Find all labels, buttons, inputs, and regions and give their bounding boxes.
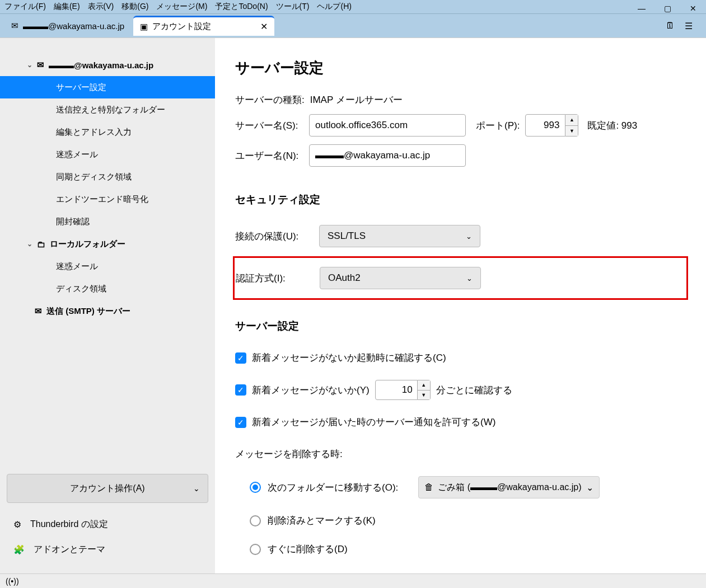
allow-notification-checkbox[interactable]: ✓ (235, 417, 246, 428)
sidebar-smtp[interactable]: ✉ 送信 (SMTP) サーバー (0, 300, 215, 322)
username-input[interactable] (309, 144, 466, 167)
gear-icon: ⚙ (13, 519, 21, 530)
sidebar-item-label: 送信控えと特別なフォルダー (56, 105, 165, 115)
sidebar-local-folders[interactable]: ⌄ 🗀 ローカルフォルダー (0, 233, 215, 255)
mail-icon: ✉ (37, 60, 44, 70)
checkbox-label: 新着メッセージがないか(Y) (252, 384, 370, 397)
radio-label: 削除済みとマークする(K) (268, 514, 376, 527)
menu-view[interactable]: 表示(V) (88, 2, 114, 12)
menu-message[interactable]: メッセージ(M) (156, 2, 207, 12)
delete-action-label: メッセージを削除する時: (235, 448, 686, 460)
sidebar-account[interactable]: ⌄ ✉ ▬▬▬@wakayama-u.ac.jp (0, 54, 215, 76)
check-on-startup-checkbox[interactable]: ✓ (235, 352, 246, 364)
thunderbird-settings-link[interactable]: ⚙ Thunderbird の設定 (13, 512, 202, 537)
account-actions-button[interactable]: アカウント操作(A) ⌄ (7, 474, 208, 503)
connection-security-select[interactable]: SSL/TLS ⌄ (319, 225, 480, 247)
sidebar-item-e2e[interactable]: エンドツーエンド暗号化 (0, 188, 215, 210)
chevron-down-icon: ⌄ (586, 482, 593, 493)
puzzle-icon: 🧩 (13, 544, 25, 555)
close-icon[interactable]: ✕ (260, 21, 268, 32)
sidebar-item-label: エンドツーエンド暗号化 (56, 194, 148, 205)
page-title: サーバー設定 (235, 58, 686, 78)
default-port-label: 既定値: 993 (587, 119, 637, 132)
activity-indicator-icon: ((•)) (6, 577, 19, 586)
sidebar-item-label: 送信 (SMTP) サーバー (46, 306, 130, 317)
sidebar-item-sync[interactable]: 同期とディスク領域 (0, 166, 215, 188)
sidebar-local-junk[interactable]: 迷惑メール (0, 255, 215, 277)
tab-account-settings[interactable]: ▣ アカウント設定 ✕ (133, 16, 274, 36)
menu-events[interactable]: 予定とToDo(N) (215, 2, 268, 12)
trash-icon: 🗑 (424, 482, 433, 492)
check-interval-input[interactable] (375, 380, 418, 400)
sidebar-item-junk[interactable]: 迷惑メール (0, 143, 215, 166)
auth-highlight: 認証方式(I): OAuth2 ⌄ (233, 256, 688, 300)
menu-tools[interactable]: ツール(T) (276, 2, 310, 12)
chevron-down-icon: ⌄ (27, 61, 32, 69)
connection-security-label: 接続の保護(U): (235, 230, 314, 243)
mail-icon: ✉ (11, 21, 18, 31)
port-spinner[interactable]: ▲▼ (565, 114, 578, 137)
port-label: ポート(P): (476, 119, 520, 132)
button-label: アカウント操作(A) (70, 483, 144, 495)
tasks-icon[interactable]: ☰ (685, 21, 693, 31)
move-to-folder-radio[interactable] (250, 482, 261, 493)
link-label: アドオンとテーマ (34, 544, 105, 556)
chevron-down-icon: ⌄ (193, 484, 200, 493)
menu-go[interactable]: 移動(G) (121, 2, 148, 12)
sidebar-item-server[interactable]: サーバー設定 (0, 76, 215, 98)
main-pane: サーバー設定 サーバーの種類: IMAP メールサーバー サーバー名(S): ポ… (215, 38, 706, 573)
arrow-down-icon[interactable]: ▼ (565, 126, 578, 137)
sidebar-account-label: ▬▬▬@wakayama-u.ac.jp (49, 60, 153, 70)
interval-spinner[interactable]: ▲▼ (418, 380, 431, 400)
link-label: Thunderbird の設定 (30, 519, 108, 530)
port-input[interactable] (525, 114, 565, 137)
chevron-down-icon: ⌄ (466, 232, 472, 241)
delete-immediately-radio[interactable] (250, 544, 261, 555)
arrow-up-icon[interactable]: ▲ (565, 115, 578, 126)
server-type-value: IMAP メールサーバー (310, 93, 403, 106)
folder-icon: 🗀 (37, 239, 45, 249)
menu-help[interactable]: ヘルプ(H) (317, 2, 351, 12)
sidebar-item-compose[interactable]: 編集とアドレス入力 (0, 121, 215, 143)
sidebar-item-label: 編集とアドレス入力 (56, 127, 132, 138)
chevron-down-icon: ⌄ (27, 240, 32, 248)
tab-inbox[interactable]: ✉ ▬▬▬@wakayama-u.ac.jp (4, 16, 131, 36)
sidebar-item-receipts[interactable]: 開封確認 (0, 210, 215, 233)
trash-folder-picker[interactable]: 🗑 ごみ箱 (▬▬▬@wakayama-u.ac.jp) ⌄ (418, 476, 599, 498)
server-name-input[interactable] (309, 114, 466, 137)
check-interval-checkbox[interactable]: ✓ (235, 384, 246, 396)
trash-folder-value: ごみ箱 (▬▬▬@wakayama-u.ac.jp) (438, 482, 581, 493)
window-maximize-button[interactable]: ▢ (654, 0, 680, 17)
sidebar-item-copies[interactable]: 送信控えと特別なフォルダー (0, 98, 215, 121)
sidebar-item-label: サーバー設定 (56, 82, 106, 93)
mark-deleted-radio[interactable] (250, 515, 261, 526)
checkbox-label: 新着メッセージが届いた時のサーバー通知を許可する(W) (252, 416, 495, 429)
menu-edit[interactable]: 編集(E) (54, 2, 80, 12)
window-minimize-button[interactable]: — (629, 0, 654, 17)
book-icon: ▣ (140, 22, 148, 32)
sidebar-item-label: 開封確認 (56, 217, 90, 227)
addons-link[interactable]: 🧩 アドオンとテーマ (13, 537, 202, 562)
auth-method-label: 認証方式(I): (236, 272, 314, 285)
security-section-head: セキュリティ設定 (235, 192, 686, 207)
sidebar-item-label: 迷惑メール (56, 261, 98, 272)
menubar: ファイル(F) 編集(E) 表示(V) 移動(G) メッセージ(M) 予定とTo… (0, 0, 706, 14)
arrow-up-icon[interactable]: ▲ (418, 380, 430, 391)
outgoing-icon: ✉ (35, 306, 42, 316)
server-type-label: サーバーの種類: (235, 93, 305, 106)
chevron-down-icon: ⌄ (466, 274, 473, 283)
window-close-button[interactable]: ✕ (680, 0, 706, 17)
select-value: OAuth2 (328, 272, 361, 284)
sidebar-item-label: 迷惑メール (56, 149, 98, 160)
calendar-icon[interactable]: 🗓 (666, 21, 675, 31)
checkbox-label-post: 分ごとに確認する (436, 384, 512, 397)
menu-file[interactable]: ファイル(F) (4, 2, 46, 12)
sidebar-item-label: ディスク領域 (56, 284, 106, 294)
sidebar-local-disk[interactable]: ディスク領域 (0, 277, 215, 300)
sidebar-item-label: 同期とディスク領域 (56, 172, 132, 182)
sidebar-item-label: ローカルフォルダー (50, 239, 125, 250)
auth-method-select[interactable]: OAuth2 ⌄ (320, 267, 481, 289)
tab-label: アカウント設定 (152, 21, 211, 32)
arrow-down-icon[interactable]: ▼ (418, 391, 430, 400)
radio-label: 次のフォルダーに移動する(O): (268, 481, 398, 494)
